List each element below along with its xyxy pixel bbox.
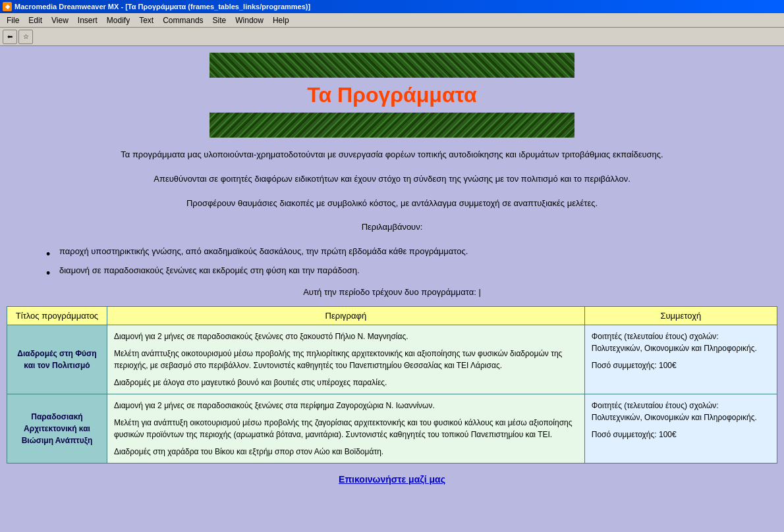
- menu-modify[interactable]: Modify: [103, 14, 134, 26]
- row1-desc-p3: Διαδρομές με άλογα στο μαγευτικό βουνό κ…: [114, 377, 578, 388]
- contact-link[interactable]: Επικοινωνήστε μαζί μας: [7, 474, 777, 485]
- row1-part-1: Φοιτητές (τελευταίου έτους) σχολών: Πολυ…: [592, 331, 770, 354]
- bullet-item-1: παροχή υποστηρικτικής γνώσης, από ακαδημ…: [46, 245, 738, 259]
- row1-part-2: Ποσό συμμετοχής: 100€: [592, 359, 770, 371]
- programs-table: Τίτλος προγράμματος Περιγραφή Συμμετοχή …: [7, 306, 777, 464]
- row2-title: Παραδοσιακή Αρχιτεκτονική και Βιώσιμη Αν…: [7, 394, 107, 463]
- row2-desc-p1: Διαμονή για 2 μήνες σε παραδοσιακούς ξεν…: [114, 400, 578, 412]
- row2-participation: Φοιτητές (τελευταίου έτους) σχολών: Πολυ…: [584, 394, 777, 463]
- row1-title: Διαδρομές στη Φύση και τον Πολιτισμό: [7, 325, 107, 394]
- current-programs-label: Αυτή την περίοδο τρέχουν δυο προγράμματα…: [7, 287, 777, 297]
- table-header-description: Περιγραφή: [107, 306, 584, 325]
- toolbar-btn-2[interactable]: ☆: [18, 30, 33, 44]
- row2-desc-p2: Μελέτη για ανάπτυξη οικοτουρισμού μέσω π…: [114, 417, 578, 440]
- include-label: Περιλαμβάνουν:: [13, 221, 771, 234]
- menu-help[interactable]: Help: [269, 14, 293, 26]
- table-row: Παραδοσιακή Αρχιτεκτονική και Βιώσιμη Αν…: [7, 394, 777, 463]
- intro-paragraph-2: Απευθύνονται σε φοιτητές διαφόρων ειδικο…: [13, 173, 771, 186]
- row2-desc-p3: Διαδρομές στη χαράδρα του Βίκου και εξτρ…: [114, 446, 578, 458]
- menu-view[interactable]: View: [47, 14, 72, 26]
- bullet-item-2: διαμονή σε παραδοσιακούς ξενώνες και εκδ…: [46, 264, 738, 278]
- intro-paragraph-3: Προσφέρουν θαυμάσιες διακοπές με συμβολι…: [13, 197, 771, 211]
- header-image-top: [210, 53, 574, 78]
- table-header-participation: Συμμετοχή: [584, 306, 777, 325]
- page-title: Τα Προγράμματα: [7, 78, 777, 113]
- menu-text[interactable]: Text: [135, 14, 157, 26]
- intro-paragraph-1: Τα προγράμματα μας υλοποιούνται-χρηματοδ…: [13, 148, 771, 162]
- table-row: Διαδρομές στη Φύση και τον Πολιτισμό Δια…: [7, 325, 777, 394]
- main-content: Τα Προγράμματα Τα προγράμματα μας υλοποι…: [0, 46, 784, 532]
- menu-window[interactable]: Window: [231, 14, 267, 26]
- menu-site[interactable]: Site: [209, 14, 231, 26]
- bullet-section: παροχή υποστηρικτικής γνώσης, από ακαδημ…: [46, 245, 738, 278]
- title-bar: ◈ Macromedia Dreamweaver MX - [Τα Προγρά…: [0, 0, 784, 13]
- header-image-bottom: [210, 113, 574, 138]
- row1-description: Διαμονή για 2 μήνες σε παραδοσιακούς ξεν…: [107, 325, 584, 394]
- row2-part-2: Ποσό συμμετοχής: 100€: [592, 429, 770, 440]
- row2-part-1: Φοιτητές (τελευταίου έτους) σχολών: Πολυ…: [592, 400, 770, 423]
- row1-desc-p1: Διαμονή για 2 μήνες σε παραδοσιακούς ξεν…: [114, 331, 578, 342]
- menu-file[interactable]: File: [3, 14, 23, 26]
- row2-description: Διαμονή για 2 μήνες σε παραδοσιακούς ξεν…: [107, 394, 584, 463]
- menu-bar: File Edit View Insert Modify Text Comman…: [0, 13, 784, 28]
- toolbar-btn-1[interactable]: ⬅: [3, 30, 17, 44]
- menu-commands[interactable]: Commands: [159, 14, 207, 26]
- row1-desc-p2: Μελέτη ανάπτυξης οικοτουρισμού μέσω προβ…: [114, 348, 578, 371]
- table-header-title: Τίτλος προγράμματος: [7, 306, 107, 325]
- menu-edit[interactable]: Edit: [24, 14, 46, 26]
- row1-participation: Φοιτητές (τελευταίου έτους) σχολών: Πολυ…: [584, 325, 777, 394]
- toolbar: ⬅ ☆: [0, 28, 784, 46]
- app-icon: ◈: [3, 2, 12, 11]
- menu-insert[interactable]: Insert: [74, 14, 101, 26]
- title-bar-label: Macromedia Dreamweaver MX - [Τα Προγράμμ…: [14, 3, 310, 11]
